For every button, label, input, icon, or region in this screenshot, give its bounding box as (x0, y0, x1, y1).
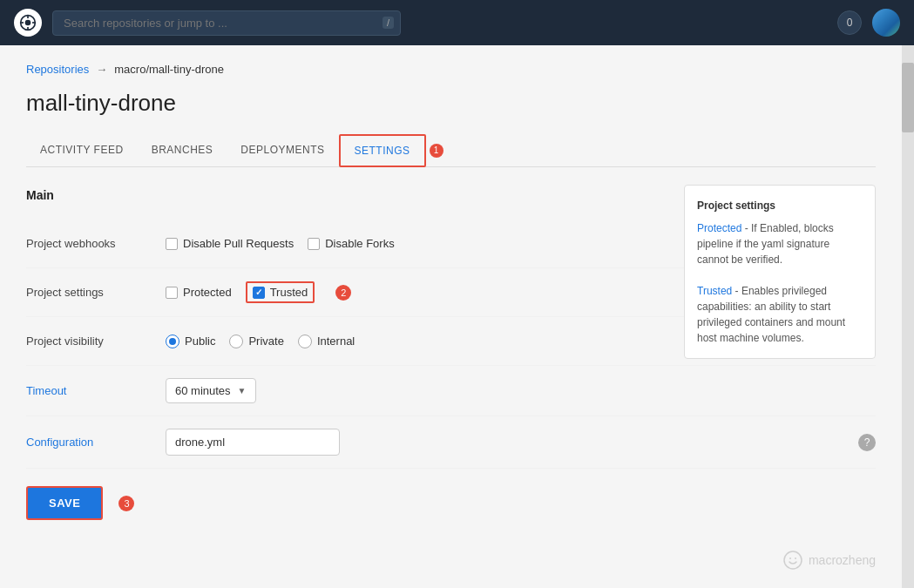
svg-point-7 (789, 558, 791, 559)
save-button[interactable]: SAVE (26, 486, 103, 520)
scrollbar[interactable] (902, 45, 914, 588)
svg-point-1 (25, 20, 31, 26)
private-radio[interactable] (229, 335, 243, 348)
trusted-label: Trusted (270, 286, 308, 299)
disable-pull-requests-label: Disable Pull Requests (183, 237, 294, 250)
internal-radio[interactable] (298, 335, 312, 348)
watermark: macrozheng (782, 550, 876, 571)
disable-pull-requests-checkbox[interactable] (166, 238, 178, 250)
info-box-trusted-text: Trusted - Enables privileged capabilitie… (697, 283, 863, 346)
search-bar[interactable]: / (52, 10, 401, 36)
disable-forks-label: Disable Forks (325, 237, 394, 250)
notification-badge[interactable]: 0 (837, 10, 862, 35)
tab-branches[interactable]: BRANCHES (138, 135, 227, 166)
main-layout: Repositories → macro/mall-tiny-drone mal… (0, 45, 914, 588)
private-radio-wrapper[interactable]: Private (229, 335, 283, 348)
webhooks-label: Project webhooks (26, 237, 166, 250)
user-avatar[interactable] (872, 9, 900, 37)
trusted-wrapper[interactable]: Trusted (246, 281, 315, 303)
public-radio[interactable] (166, 335, 179, 348)
info-box-title: Project settings (697, 198, 863, 213)
breadcrumb-arrow: → (96, 63, 107, 76)
breadcrumb-repositories[interactable]: Repositories (26, 63, 89, 76)
private-label: Private (248, 335, 283, 348)
dropdown-arrow-icon: ▼ (238, 386, 247, 395)
public-radio-wrapper[interactable]: Public (166, 335, 215, 348)
protected-wrapper[interactable]: Protected (166, 286, 232, 299)
info-box-protected-text: Protected - If Enabled, blocks pipeline … (697, 220, 863, 267)
config-input[interactable] (166, 429, 340, 456)
settings-tab-badge: 1 (430, 144, 443, 158)
svg-point-6 (784, 551, 802, 569)
breadcrumb-current: macro/mall-tiny-drone (114, 63, 224, 76)
search-slash: / (383, 17, 394, 29)
tabs: ACTIVITY FEED BRANCHES DEPLOYMENTS SETTI… (26, 134, 876, 167)
info-protected-link[interactable]: Protected (697, 222, 741, 234)
watermark-text: macrozheng (809, 553, 876, 567)
content-area: Repositories → macro/mall-tiny-drone mal… (0, 45, 902, 588)
top-navigation: / 0 (0, 0, 914, 45)
internal-label: Internal (317, 335, 355, 348)
configuration-row: Configuration ? (26, 416, 876, 469)
save-row: SAVE 3 (26, 469, 876, 537)
tab-deployments[interactable]: DEPLOYMENTS (227, 135, 338, 166)
config-controls (166, 429, 858, 456)
config-help-icon[interactable]: ? (858, 434, 876, 451)
step3-badge: 3 (118, 496, 134, 511)
logo[interactable] (14, 9, 42, 37)
public-label: Public (185, 335, 215, 348)
trusted-checkbox[interactable] (253, 287, 265, 299)
internal-radio-wrapper[interactable]: Internal (298, 335, 355, 348)
disable-forks-wrapper[interactable]: Disable Forks (308, 237, 394, 250)
timeout-row: Timeout 60 minutes ▼ (26, 366, 876, 416)
search-input[interactable] (52, 10, 401, 36)
protected-label: Protected (183, 286, 232, 299)
config-label: Configuration (26, 436, 166, 449)
breadcrumb: Repositories → macro/mall-tiny-drone (26, 63, 876, 76)
timeout-label: Timeout (26, 384, 166, 397)
tab-settings[interactable]: SETTINGS (339, 134, 426, 167)
tab-activity-feed[interactable]: ACTIVITY FEED (26, 135, 138, 166)
page-title: mall-tiny-drone (26, 90, 876, 117)
timeout-controls: 60 minutes ▼ (166, 378, 876, 403)
visibility-label: Project visibility (26, 335, 166, 348)
timeout-dropdown[interactable]: 60 minutes ▼ (166, 378, 256, 403)
scrollbar-thumb[interactable] (902, 63, 914, 132)
step2-badge: 2 (335, 285, 351, 301)
disable-pull-requests-wrapper[interactable]: Disable Pull Requests (166, 237, 294, 250)
project-settings-info-box: Project settings Protected - If Enabled,… (684, 185, 876, 359)
svg-point-8 (795, 558, 796, 559)
info-trusted-link[interactable]: Trusted (697, 285, 732, 297)
disable-forks-checkbox[interactable] (308, 238, 320, 250)
protected-checkbox[interactable] (166, 287, 178, 299)
settings-label: Project settings (26, 286, 166, 299)
timeout-value: 60 minutes (175, 384, 231, 397)
